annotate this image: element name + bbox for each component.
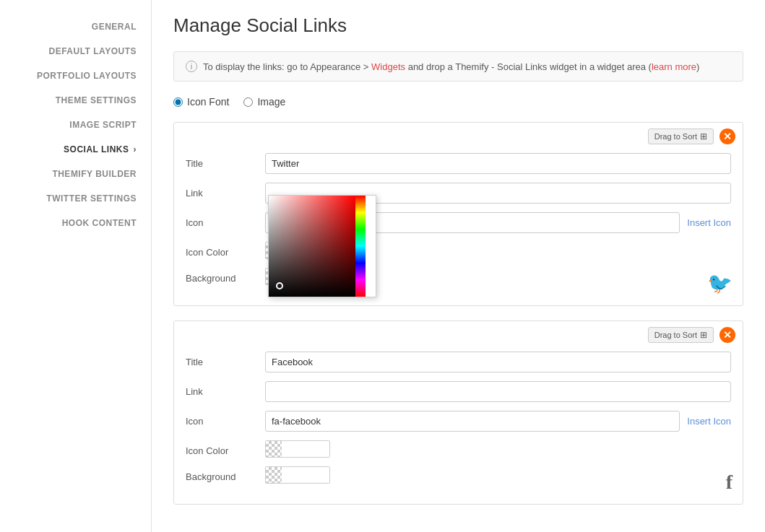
sidebar-item-hook-content[interactable]: HOOK CONTENT [0, 211, 151, 235]
page-title: Manage Social Links [173, 14, 743, 37]
facebook-title-row: Title [186, 352, 731, 372]
image-radio[interactable] [243, 97, 253, 107]
info-text: To display the links: go to Appearance >… [203, 61, 699, 72]
color-picker-cursor [276, 282, 283, 289]
drag-icon: ⊞ [700, 131, 707, 141]
sidebar-item-image-script[interactable]: IMAGE SCRIPT [0, 113, 151, 137]
sidebar-item-portfolio-layouts[interactable]: PORTFOLIO LAYOUTS [0, 64, 151, 88]
twitter-title-input-wrap [265, 153, 731, 174]
facebook-link-input[interactable] [265, 381, 731, 402]
facebook-icon-input[interactable] [265, 411, 680, 432]
twitter-link-label: Link [186, 183, 265, 199]
facebook-icon-color-input-wrap [265, 440, 731, 458]
facebook-background-input-wrap [265, 466, 731, 484]
twitter-title-row: Title [186, 153, 731, 174]
color-text [282, 467, 329, 483]
sidebar-item-label: THEMIFY BUILDER [52, 169, 137, 179]
color-picker-inner [269, 196, 376, 297]
sidebar-item-label: DEFAULT LAYOUTS [48, 46, 137, 56]
sidebar-item-label: SOCIAL LINKS [64, 144, 129, 154]
sidebar-item-label: PORTFOLIO LAYOUTS [37, 71, 137, 81]
facebook-icon-label: Icon [186, 411, 265, 427]
facebook-background-label: Background [186, 466, 265, 482]
color-value-gradient [269, 196, 355, 297]
sidebar-item-social-links[interactable]: SOCIAL LINKS › [0, 137, 151, 162]
facebook-card-body: Title Link Icon Insert Icon [174, 346, 743, 504]
facebook-title-label: Title [186, 352, 265, 367]
sidebar-item-twitter-settings[interactable]: TWITTER SETTINGS [0, 186, 151, 211]
facebook-icon-input-wrap: Insert Icon [265, 411, 731, 432]
icon-type-radio-group: Icon Font Image [173, 96, 743, 108]
twitter-card: Drag to Sort ⊞ ✕ Title Link Icon [173, 122, 743, 306]
twitter-card-body: Title Link Icon Insert Icon [174, 147, 743, 305]
facebook-icon-row: Icon Insert Icon [186, 411, 731, 432]
facebook-title-input[interactable] [265, 352, 731, 372]
sidebar: GENERAL DEFAULT LAYOUTS PORTFOLIO LAYOUT… [0, 0, 152, 532]
info-banner: i To display the links: go to Appearance… [173, 51, 743, 82]
facebook-link-row: Link [186, 381, 731, 402]
facebook-title-input-wrap [265, 352, 731, 372]
sidebar-item-label: THEME SETTINGS [56, 95, 137, 105]
facebook-background-row: Background [186, 466, 731, 484]
facebook-link-label: Link [186, 381, 265, 397]
facebook-drag-sort-button[interactable]: Drag to Sort ⊞ [648, 327, 714, 343]
learn-more-link[interactable]: learn more [652, 61, 696, 72]
color-saturation-gradient[interactable] [269, 196, 355, 297]
sidebar-item-general[interactable]: GENERAL [0, 14, 151, 39]
twitter-insert-icon-link[interactable]: Insert Icon [687, 217, 731, 228]
twitter-drag-sort-button[interactable]: Drag to Sort ⊞ [648, 128, 714, 144]
color-text [282, 441, 329, 457]
drag-sort-label: Drag to Sort [654, 331, 697, 339]
checker-pattern [266, 467, 282, 483]
sidebar-item-default-layouts[interactable]: DEFAULT LAYOUTS [0, 39, 151, 64]
sidebar-item-label: HOOK CONTENT [62, 218, 137, 228]
icon-font-label: Icon Font [187, 96, 229, 108]
color-hue-slider[interactable] [355, 196, 366, 297]
twitter-background-label: Background [186, 268, 265, 284]
twitter-card-header: Drag to Sort ⊞ ✕ [174, 123, 743, 147]
facebook-close-button[interactable]: ✕ [719, 327, 735, 343]
twitter-bird-icon: 🐦 [707, 272, 732, 295]
facebook-insert-icon-link[interactable]: Insert Icon [687, 416, 731, 427]
drag-sort-label: Drag to Sort [654, 132, 697, 141]
facebook-background-swatch[interactable] [265, 466, 330, 484]
twitter-title-input[interactable] [265, 153, 731, 174]
image-option[interactable]: Image [243, 96, 285, 108]
color-gradient-area[interactable] [269, 196, 355, 297]
main-content: Manage Social Links i To display the lin… [152, 0, 765, 532]
facebook-card-header: Drag to Sort ⊞ ✕ [174, 321, 743, 346]
twitter-social-icon-area: 🐦 [707, 271, 732, 295]
icon-font-radio[interactable] [173, 97, 183, 107]
twitter-icon-color-label: Icon Color [186, 242, 265, 258]
checker-pattern [266, 441, 282, 457]
twitter-close-button[interactable]: ✕ [719, 128, 735, 144]
image-label: Image [257, 96, 285, 108]
facebook-f-icon: f [726, 471, 732, 493]
facebook-icon-color-swatch[interactable] [265, 440, 330, 458]
info-icon: i [186, 61, 197, 72]
chevron-right-icon: › [134, 144, 137, 154]
facebook-card: Drag to Sort ⊞ ✕ Title Link Icon [173, 320, 743, 505]
facebook-icon-color-row: Icon Color [186, 440, 731, 458]
sidebar-item-label: IMAGE SCRIPT [69, 120, 137, 130]
sidebar-item-themify-builder[interactable]: THEMIFY BUILDER [0, 162, 151, 186]
facebook-social-icon-area: f [726, 471, 732, 494]
widgets-link[interactable]: Widgets [371, 61, 405, 72]
color-picker-popup[interactable] [268, 195, 376, 297]
twitter-icon-label: Icon [186, 212, 265, 228]
facebook-link-input-wrap [265, 381, 731, 402]
sidebar-item-theme-settings[interactable]: THEME SETTINGS [0, 88, 151, 113]
sidebar-item-label: TWITTER SETTINGS [46, 193, 137, 204]
drag-icon: ⊞ [700, 330, 707, 340]
twitter-title-label: Title [186, 153, 265, 169]
sidebar-item-label: GENERAL [92, 22, 137, 32]
icon-font-option[interactable]: Icon Font [173, 96, 229, 108]
facebook-icon-color-label: Icon Color [186, 440, 265, 456]
